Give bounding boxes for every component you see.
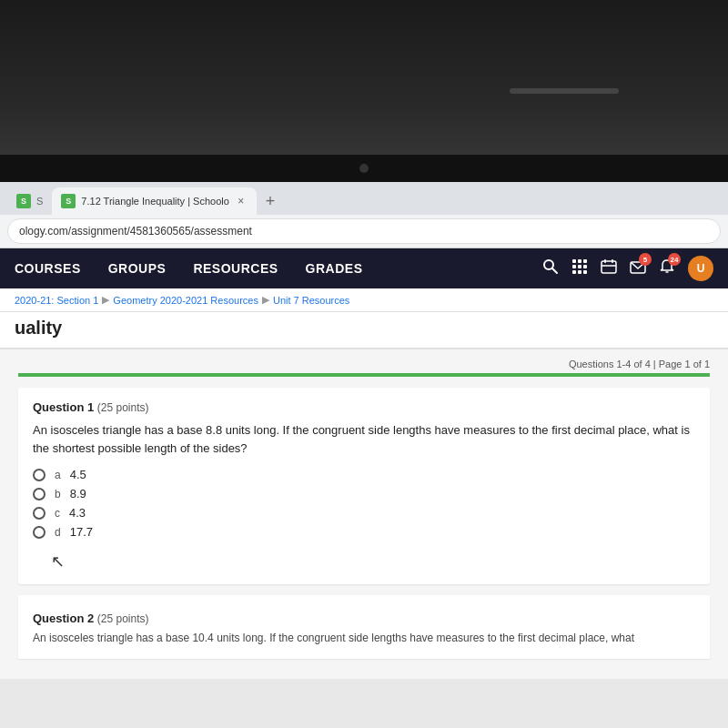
question-2-text: An isosceles triangle has a base 10.4 un… xyxy=(33,631,695,646)
option-b-letter: b xyxy=(55,488,61,500)
breadcrumb-geometry[interactable]: Geometry 2020-2021 Resources xyxy=(113,295,258,306)
address-bar[interactable]: ology.com/assignment/4581360565/assessme… xyxy=(7,218,721,244)
question-1-block: Question 1 (25 points) An isosceles tria… xyxy=(18,388,710,584)
svg-rect-9 xyxy=(578,270,581,274)
calendar-icon[interactable] xyxy=(601,258,617,278)
svg-rect-6 xyxy=(578,265,581,268)
breadcrumb-section[interactable]: 2020-21: Section 1 xyxy=(15,295,98,306)
tab-favicon-inactive: S xyxy=(16,194,31,208)
bell-icon[interactable]: 24 xyxy=(659,258,675,278)
bell-badge: 24 xyxy=(668,253,681,266)
question-1-points: (25 points) xyxy=(97,401,149,414)
svg-rect-2 xyxy=(572,259,576,263)
option-b-value: 8.9 xyxy=(70,487,86,500)
option-a[interactable]: a 4.5 xyxy=(33,468,695,481)
mail-icon[interactable]: 5 xyxy=(630,258,646,278)
tab-close-button[interactable]: × xyxy=(235,195,248,207)
svg-rect-10 xyxy=(583,270,587,274)
mail-badge: 5 xyxy=(639,253,652,266)
user-avatar[interactable]: U xyxy=(688,256,713,281)
page-title-area: uality xyxy=(0,312,728,349)
nav-item-grades[interactable]: GRADES xyxy=(306,261,363,276)
option-d-value: 17.7 xyxy=(70,525,93,539)
radio-b[interactable] xyxy=(33,488,46,500)
search-icon[interactable] xyxy=(542,258,559,278)
option-c[interactable]: c 4.3 xyxy=(33,506,695,520)
tab-inactive-label: S xyxy=(36,196,43,207)
nav-item-courses[interactable]: COURSES xyxy=(15,261,81,276)
svg-rect-7 xyxy=(583,265,587,268)
breadcrumb-sep-2: ▶ xyxy=(262,294,269,306)
nav-bar: COURSES GROUPS RESOURCES GRADES xyxy=(0,248,728,288)
page-title: uality xyxy=(15,318,713,339)
progress-bar-fill xyxy=(18,373,710,377)
svg-line-1 xyxy=(552,268,557,273)
question-2-points: (25 points) xyxy=(97,612,149,625)
camera-bump xyxy=(0,155,728,182)
content-area: Questions 1-4 of 4 | Page 1 of 1 Questio… xyxy=(0,349,728,679)
nav-item-groups[interactable]: GROUPS xyxy=(108,261,167,276)
option-d-letter: d xyxy=(55,526,61,539)
svg-rect-11 xyxy=(602,261,616,273)
browser-chrome: S S S 7.12 Triangle Inequality | Schoolo… xyxy=(0,182,728,248)
svg-rect-5 xyxy=(572,265,576,268)
radio-a[interactable] xyxy=(33,469,46,481)
option-b[interactable]: b 8.9 xyxy=(33,487,695,500)
cursor: ↖ xyxy=(51,551,695,571)
question-2-label: Question 2 (25 points) xyxy=(33,612,695,625)
option-a-letter: a xyxy=(55,469,61,481)
question-1-label: Question 1 (25 points) xyxy=(33,400,695,414)
address-bar-row: ology.com/assignment/4581360565/assessme… xyxy=(0,215,728,248)
tab-inactive[interactable]: S S xyxy=(7,187,52,215)
question-1-text: An isosceles triangle has a base 8.8 uni… xyxy=(33,421,695,457)
tab-bar: S S S 7.12 Triangle Inequality | Schoolo… xyxy=(0,182,728,215)
question-2-block: Question 2 (25 points) An isosceles tria… xyxy=(18,595,710,659)
questions-meta: Questions 1-4 of 4 | Page 1 of 1 xyxy=(18,359,710,369)
tab-favicon-active: S xyxy=(61,194,76,208)
svg-rect-3 xyxy=(578,259,581,263)
screen-area: S S S 7.12 Triangle Inequality | Schoolo… xyxy=(0,182,728,728)
address-url: ology.com/assignment/4581360565/assessme… xyxy=(19,225,252,238)
progress-bar-container xyxy=(18,373,710,377)
radio-c[interactable] xyxy=(33,507,46,520)
breadcrumb: 2020-21: Section 1 ▶ Geometry 2020-2021 … xyxy=(0,288,728,312)
camera-dot xyxy=(359,164,369,173)
apps-icon[interactable] xyxy=(571,258,588,278)
nav-item-resources[interactable]: RESOURCES xyxy=(193,261,278,276)
option-c-value: 4.3 xyxy=(69,506,86,520)
tab-active-label: 7.12 Triangle Inequality | Schoolo xyxy=(81,196,228,207)
option-d[interactable]: d 17.7 xyxy=(33,525,695,539)
nav-icons: 5 24 U xyxy=(542,256,713,281)
new-tab-button[interactable]: + xyxy=(260,192,281,211)
option-c-letter: c xyxy=(55,507,60,520)
laptop-top xyxy=(0,0,728,182)
svg-rect-4 xyxy=(583,259,587,263)
tab-active[interactable]: S 7.12 Triangle Inequality | Schoolo × xyxy=(52,187,256,215)
breadcrumb-sep-1: ▶ xyxy=(102,294,109,306)
option-a-value: 4.5 xyxy=(70,468,86,481)
svg-rect-8 xyxy=(572,270,576,274)
breadcrumb-unit7[interactable]: Unit 7 Resources xyxy=(273,295,349,306)
speaker-bar xyxy=(510,88,619,94)
radio-d[interactable] xyxy=(33,526,46,539)
